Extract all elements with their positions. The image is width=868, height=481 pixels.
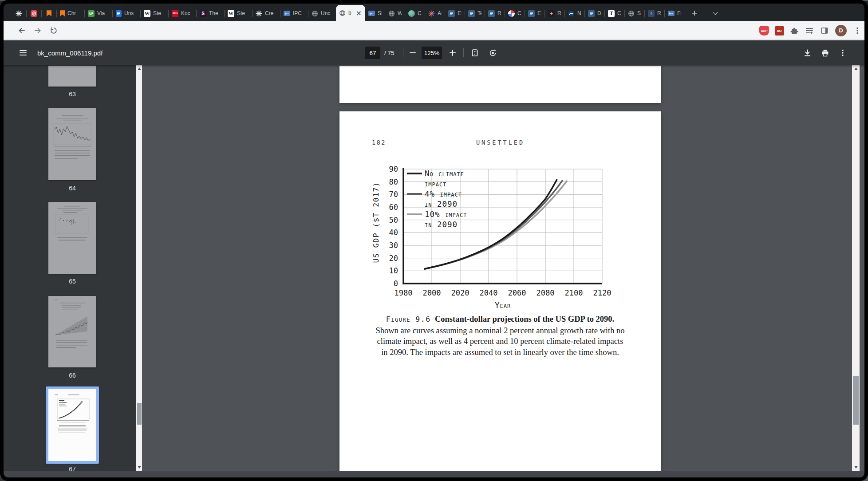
- extensions-puzzle-icon[interactable]: [788, 24, 801, 37]
- new-tab-button[interactable]: +: [689, 8, 700, 19]
- tab-title: Fig: [677, 10, 681, 16]
- tab-pinned[interactable]: [27, 6, 41, 21]
- main-scrollbar-track[interactable]: [852, 65, 860, 471]
- reload-button[interactable]: [47, 24, 60, 37]
- tab[interactable]: Att: [425, 6, 445, 21]
- tab-title: Chr: [67, 10, 81, 16]
- thumbnail-sketch: [48, 389, 96, 461]
- tab-pinned[interactable]: [42, 6, 56, 21]
- tab-title: Clir: [517, 10, 521, 16]
- tab[interactable]: Cre: [253, 6, 280, 21]
- tab[interactable]: Ten: [465, 6, 485, 21]
- sidebar-scrollbar-thumb[interactable]: [137, 403, 142, 425]
- svg-text:1980: 1980: [395, 288, 413, 297]
- profile-avatar[interactable]: D: [835, 25, 847, 36]
- tab[interactable]: NO: [565, 6, 584, 21]
- tab[interactable]: Dro: [585, 6, 604, 21]
- zoom-level-value[interactable]: 125%: [422, 47, 442, 59]
- adblock-plus-extension-icon[interactable]: ABP: [758, 24, 770, 37]
- tab-title: Rec: [657, 10, 661, 16]
- sidebar-scroll-down-arrow[interactable]: [138, 466, 141, 469]
- tab-title: WG: [398, 10, 402, 16]
- ublock-origin-extension-icon[interactable]: uO: [773, 24, 785, 37]
- tab[interactable]: Chr: [57, 6, 84, 21]
- pdf-page-previous-partial: [339, 66, 661, 103]
- tab-title: Koc: [181, 10, 193, 16]
- thumbnail-page-number: 66: [48, 372, 96, 380]
- zoom-in-button[interactable]: [446, 47, 459, 59]
- page-number-input[interactable]: 67: [365, 47, 380, 59]
- tab[interactable]: WG: [385, 6, 405, 21]
- sidebar-scrollbar-track[interactable]: [136, 65, 142, 471]
- tab[interactable]: Rev: [485, 6, 505, 21]
- tab-pinned[interactable]: [12, 6, 26, 21]
- tab[interactable]: ipccSixt: [365, 6, 385, 21]
- page-thumbnail-63[interactable]: [48, 66, 96, 87]
- forward-button[interactable]: [31, 24, 44, 37]
- svg-text:60: 60: [389, 203, 398, 212]
- fit-to-page-button[interactable]: [469, 47, 481, 59]
- svg-text:in 2090: in 2090: [425, 220, 458, 229]
- tab-active[interactable]: b: [336, 5, 365, 21]
- tab-title: Via: [97, 10, 109, 16]
- horizontal-scrollbar-strip[interactable]: [0, 471, 864, 477]
- tab[interactable]: Uns: [113, 6, 140, 21]
- tab[interactable]: Clir: [505, 6, 525, 21]
- tab[interactable]: WSte: [225, 6, 252, 21]
- main-scroll-down-arrow[interactable]: [854, 466, 858, 469]
- svg-text:40: 40: [389, 228, 398, 237]
- page-thumbnail-66[interactable]: [48, 296, 96, 367]
- main-scrollbar-thumb[interactable]: [853, 376, 859, 425]
- tab-close-icon[interactable]: [355, 10, 362, 16]
- print-button[interactable]: [819, 47, 831, 59]
- tab[interactable]: Unc: [308, 6, 336, 21]
- tab[interactable]: SFUKoc: [169, 6, 196, 21]
- svg-text:2080: 2080: [537, 288, 555, 297]
- tab[interactable]: Rea: [545, 6, 564, 21]
- tab-strip: ChrUPViaUnsWSteSFUKocSTheWSteCreipccIPCU…: [0, 0, 868, 21]
- doc-slate-favicon: [488, 10, 495, 17]
- pdf-viewer-area: 6364656667 182 UNSETTLED 010203040506070…: [0, 65, 868, 481]
- tab[interactable]: ipccFig: [665, 6, 684, 21]
- zoom-out-button[interactable]: [406, 47, 419, 59]
- tab[interactable]: WSte: [141, 6, 168, 21]
- tab[interactable]: Ext: [525, 6, 544, 21]
- thumbnail-page-number: 63: [48, 91, 96, 99]
- svg-text:Year: Year: [495, 301, 511, 310]
- side-panel-icon[interactable]: [818, 24, 831, 37]
- tab[interactable]: Sur: [625, 6, 644, 21]
- rotate-button[interactable]: [486, 47, 499, 59]
- tab[interactable]: SThe: [197, 6, 224, 21]
- tab-search-chevron-icon[interactable]: [713, 10, 718, 15]
- page-thumbnail-67-selected[interactable]: [46, 386, 99, 464]
- figure-caption: Figure 9.6 Constant-dollar projections o…: [367, 314, 633, 358]
- download-button[interactable]: [801, 47, 813, 59]
- page-thumbnail-65[interactable]: [48, 202, 96, 274]
- svg-text:US GDP ($T 2017): US GDP ($T 2017): [372, 182, 380, 263]
- doc-slate-favicon: [468, 10, 475, 17]
- back-button[interactable]: [15, 24, 28, 37]
- starburst-favicon: [256, 10, 262, 17]
- main-scroll-up-arrow[interactable]: [854, 67, 858, 70]
- sidebar-scroll-up-arrow[interactable]: [138, 67, 141, 70]
- svg-text:10: 10: [389, 266, 398, 275]
- reading-list-icon[interactable]: [803, 24, 816, 37]
- tab[interactable]: 4Rec: [645, 6, 664, 21]
- tab[interactable]: TClir: [605, 6, 624, 21]
- thumbnail-page-number: 65: [48, 278, 96, 286]
- menu-hamburger-icon[interactable]: [17, 47, 29, 59]
- svg-text:2000: 2000: [423, 288, 441, 297]
- page-thumbnail-64[interactable]: [48, 108, 96, 180]
- svg-text:in 2090: in 2090: [425, 200, 458, 209]
- svg-text:2020: 2020: [451, 288, 470, 297]
- chrome-menu-icon[interactable]: [851, 24, 864, 37]
- figure-caption-label: Figure 9.6: [386, 315, 431, 323]
- tab-title: b: [348, 10, 355, 16]
- tab-title: Ext: [537, 10, 541, 16]
- pdf-more-options-icon[interactable]: [836, 47, 849, 59]
- tab[interactable]: ipccIPC: [280, 6, 308, 21]
- tab[interactable]: Exe: [445, 6, 465, 21]
- tab[interactable]: CMI: [405, 6, 425, 21]
- svg-text:impact: impact: [425, 179, 446, 188]
- tab[interactable]: UPVia: [85, 6, 112, 21]
